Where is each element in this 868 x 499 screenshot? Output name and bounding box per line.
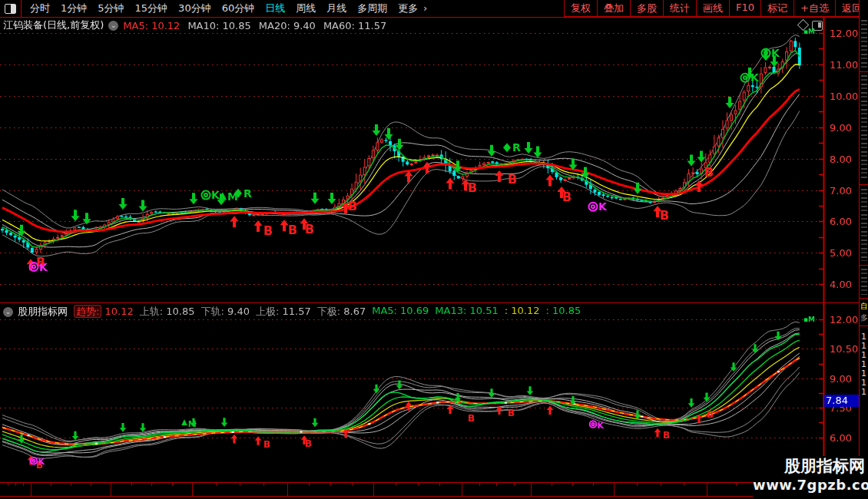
menu-item-日线[interactable]: 日线	[260, 2, 290, 15]
period-toolbar: 分时1分钟5分钟15分钟30分钟60分钟日线周线月线多周期更多 › 复权叠加多股…	[0, 0, 868, 18]
time-axis: 2025年 567891011121	[0, 482, 868, 497]
indicator-chart-canvas[interactable]	[0, 302, 868, 482]
button-复权[interactable]: 复权	[564, 0, 597, 17]
button-标记[interactable]: 标记	[760, 0, 793, 17]
action-buttons: 复权叠加多股统计画线F10标记+自选返回	[564, 0, 868, 17]
watermark: 股朋指标网 www.7gpzb.com	[753, 456, 868, 499]
indicator-field-0: 趋势: 10.12	[74, 305, 134, 319]
indicator-field-5: MA5: 10.69	[372, 305, 429, 319]
current-value-tag: 7.84	[824, 395, 860, 407]
watermark-site-name: 股朋指标网	[753, 456, 865, 476]
button-统计[interactable]: 统计	[663, 0, 696, 17]
divider	[21, 0, 22, 17]
signal-flag-icon: ▪M	[803, 28, 815, 35]
indicator-field-1: 上轨: 10.85	[140, 305, 195, 319]
signal-flag-icon: ▪M	[803, 316, 815, 323]
indicator-field-2: 下轨: 9.40	[201, 305, 250, 319]
indicator-field-4: 下极: 8.67	[317, 305, 366, 319]
ma-value-MA20: MA20: 9.40	[259, 20, 316, 31]
indicator-field-8: : 10.85	[545, 305, 581, 319]
button-叠加[interactable]: 叠加	[597, 0, 630, 17]
period-menu: 分时1分钟5分钟15分钟30分钟60分钟日线周线月线多周期更多	[25, 2, 423, 15]
axis-border	[823, 17, 824, 497]
collapse-chevron-icon[interactable]: ⌄	[108, 21, 118, 31]
axis-bottom-border	[0, 496, 868, 497]
trading-app-window: 分时1分钟5分钟15分钟30分钟60分钟日线周线月线多周期更多 › 复权叠加多股…	[0, 0, 868, 499]
collapse-chevron-icon[interactable]: ⌄	[3, 307, 13, 317]
menu-item-周线[interactable]: 周线	[290, 2, 321, 15]
ma-value-MA5: MA5: 10.12	[123, 20, 180, 31]
indicator-field-7: : 10.12	[505, 305, 540, 319]
menu-item-30分钟[interactable]: 30分钟	[173, 2, 217, 15]
strip-char: 多	[860, 312, 868, 323]
ma-value-MA10: MA10: 10.85	[187, 20, 250, 31]
menu-item-月线[interactable]: 月线	[321, 2, 352, 15]
more-chevron-icon[interactable]: ›	[423, 3, 430, 14]
main-chart-canvas[interactable]	[0, 17, 868, 302]
menu-item-更多[interactable]: 更多	[393, 2, 423, 15]
watermark-url: www.7gpzb.com	[753, 476, 865, 494]
button-多股[interactable]: 多股	[630, 0, 663, 17]
stock-title: 江钨装备(日线,前复权)	[3, 18, 104, 32]
chart-title-row: 江钨装备(日线,前复权) ⌄ MA5: 10.12MA10: 10.85MA20…	[3, 19, 394, 31]
axis-top-border	[0, 482, 868, 483]
menu-item-1分钟[interactable]: 1分钟	[55, 2, 92, 15]
button-画线[interactable]: 画线	[696, 0, 729, 17]
menu-item-15分钟[interactable]: 15分钟	[130, 2, 174, 15]
button-F10[interactable]: F10	[729, 0, 760, 17]
strip-char: 自	[860, 301, 868, 312]
ma-values: MA5: 10.12MA10: 10.85MA20: 9.40MA60: 11.…	[123, 20, 394, 31]
indicator-values: 趋势: 10.12上轨: 10.85下轨: 9.40上极: 11.57下极: 8…	[74, 305, 587, 319]
strip-digit: 1	[861, 387, 866, 397]
ma-value-MA60: MA60: 11.57	[323, 20, 386, 31]
menu-item-分时[interactable]: 分时	[25, 2, 55, 15]
indicator-header-row: ⌄ 股朋指标网 趋势: 10.12上轨: 10.85下轨: 9.40上极: 11…	[3, 306, 587, 318]
button-+自选[interactable]: +自选	[793, 0, 835, 17]
indicator-field-6: MA13: 10.51	[435, 305, 498, 319]
indicator-field-3: 上极: 11.57	[256, 305, 311, 319]
right-side-strip[interactable]: 自 多 1111111	[859, 0, 868, 499]
menu-item-多周期[interactable]: 多周期	[352, 2, 393, 15]
menu-item-5分钟[interactable]: 5分钟	[92, 2, 129, 15]
indicator-name: 股朋指标网	[18, 305, 68, 319]
layout-toggle-icon[interactable]	[5, 4, 16, 14]
panel-divider	[0, 302, 868, 303]
menu-item-60分钟[interactable]: 60分钟	[217, 2, 260, 15]
